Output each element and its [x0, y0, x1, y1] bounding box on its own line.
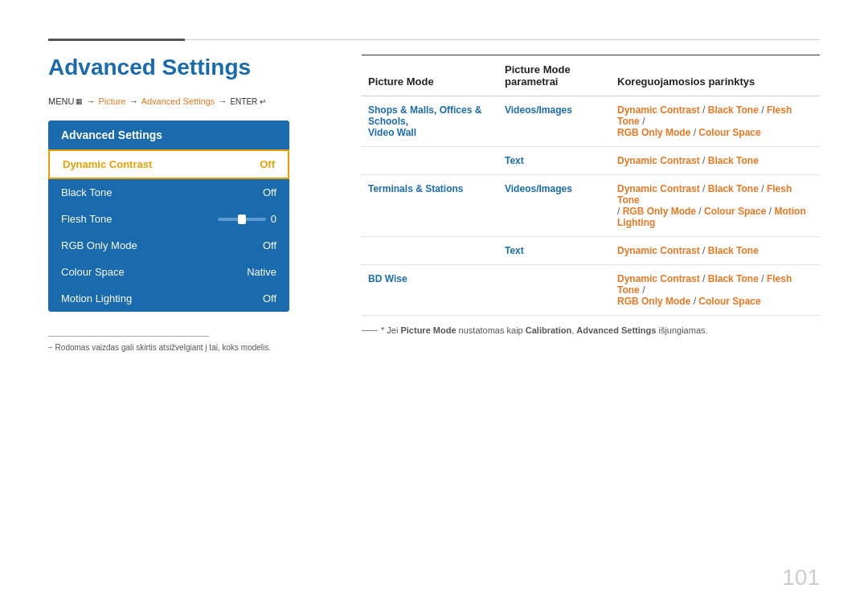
- th-picture-param: Picture Modeparametrai: [498, 55, 611, 96]
- slider-track[interactable]: [218, 218, 266, 221]
- option-black-tone-3: Black Tone: [708, 183, 759, 194]
- option-rgb-mode-3: RGB Only Mode: [623, 206, 696, 217]
- flesh-tone-slider: 0: [218, 213, 276, 225]
- slider-thumb: [238, 215, 246, 224]
- param-link-1: Videos/Images: [505, 104, 572, 116]
- option-rgb-mode-1: RGB Only Mode: [617, 127, 690, 138]
- table-row: Shops & Malls, Offices & Schools,Video W…: [362, 96, 820, 147]
- mode-link-1: Shops & Malls, Offices & Schools,Video W…: [368, 104, 481, 138]
- menu-item-black-tone-value: Off: [263, 186, 276, 198]
- table-row: Terminals & Stations Videos/Images Dynam…: [362, 175, 820, 237]
- table-row: Text Dynamic Contrast / Black Tone: [362, 237, 820, 265]
- mode-link-5: BD Wise: [368, 273, 407, 284]
- option-black-tone-2: Black Tone: [708, 155, 759, 166]
- cell-options-2: Dynamic Contrast / Black Tone: [611, 147, 820, 175]
- rule-left: [48, 39, 185, 41]
- option-colour-space-1: Colour Space: [698, 127, 760, 138]
- cell-options-3: Dynamic Contrast / Black Tone / Flesh To…: [611, 175, 820, 237]
- param-link-2: Text: [505, 155, 524, 166]
- flesh-tone-value: 0: [271, 213, 276, 225]
- menu-item-black-tone-label: Black Tone: [61, 186, 112, 198]
- table-note-text: * Jei Picture Mode nustatomas kaip Calib…: [381, 325, 708, 335]
- menu-item-motion-lighting-label: Motion Lighting: [61, 292, 132, 304]
- top-rules: [48, 39, 820, 40]
- option-dynamic-contrast-2: Dynamic Contrast: [617, 155, 700, 166]
- cell-options-5: Dynamic Contrast / Black Tone / Flesh To…: [611, 265, 820, 316]
- breadcrumb-arrow3: →: [218, 96, 227, 106]
- breadcrumb-enter: ENTER ↵: [230, 97, 266, 106]
- breadcrumb-advanced: Advanced Settings: [141, 96, 215, 106]
- option-dynamic-contrast-5: Dynamic Contrast: [617, 273, 700, 284]
- cell-options-4: Dynamic Contrast / Black Tone: [611, 237, 820, 265]
- table-row: BD Wise Dynamic Contrast / Black Tone / …: [362, 265, 820, 316]
- menu-item-rgb-only-value: Off: [263, 239, 276, 251]
- table-note-rule: [362, 330, 378, 331]
- cell-param-1: Videos/Images: [498, 96, 611, 147]
- settings-table: Picture Mode Picture Modeparametrai Kore…: [362, 55, 820, 316]
- breadcrumb-arrow2: →: [129, 96, 138, 106]
- option-colour-space-5: Colour Space: [698, 296, 760, 307]
- cell-param-3: Videos/Images: [498, 175, 611, 237]
- cell-mode-5: BD Wise: [362, 265, 498, 316]
- option-dynamic-contrast-4: Dynamic Contrast: [617, 245, 700, 256]
- cell-mode-1: Shops & Malls, Offices & Schools,Video W…: [362, 96, 498, 147]
- cell-mode-3: Terminals & Stations: [362, 175, 498, 237]
- option-dynamic-contrast-1: Dynamic Contrast: [617, 104, 700, 116]
- cell-param-2: Text: [498, 147, 611, 175]
- option-colour-space-3: Colour Space: [704, 206, 766, 217]
- left-column: Advanced Settings MENU ▦ → Picture → Adv…: [48, 55, 338, 352]
- param-link-4: Text: [505, 245, 524, 256]
- breadcrumb-picture: Picture: [98, 96, 125, 106]
- cell-param-5: [498, 265, 611, 316]
- option-black-tone-5: Black Tone: [708, 273, 759, 284]
- menu-item-dynamic-contrast-label: Dynamic Contrast: [63, 158, 152, 170]
- menu-item-colour-space-label: Colour Space: [61, 266, 125, 278]
- option-black-tone-1: Black Tone: [708, 104, 759, 116]
- option-rgb-mode-5: RGB Only Mode: [617, 296, 690, 307]
- mode-link-3: Terminals & Stations: [368, 183, 463, 194]
- table-row: Text Dynamic Contrast / Black Tone: [362, 147, 820, 175]
- param-link-3: Videos/Images: [505, 183, 572, 194]
- th-picture-mode: Picture Mode: [362, 55, 498, 96]
- footnote-rule: [48, 336, 209, 337]
- menu-item-black-tone[interactable]: Black Tone Off: [48, 179, 289, 206]
- menu-title: Advanced Settings: [48, 121, 289, 149]
- option-black-tone-4: Black Tone: [708, 245, 759, 256]
- cell-options-1: Dynamic Contrast / Black Tone / Flesh To…: [611, 96, 820, 147]
- breadcrumb-menu: MENU: [48, 96, 74, 106]
- menu-item-dynamic-contrast[interactable]: Dynamic Contrast Off: [48, 149, 289, 179]
- option-dynamic-contrast-3: Dynamic Contrast: [617, 183, 700, 194]
- menu-box: Advanced Settings Dynamic Contrast Off B…: [48, 121, 289, 312]
- breadcrumb-arrow1: →: [86, 96, 95, 106]
- th-options: Koreguojamosios parinktys: [611, 55, 820, 96]
- menu-item-motion-lighting-value: Off: [263, 292, 276, 304]
- menu-item-colour-space[interactable]: Colour Space Native: [48, 259, 289, 285]
- right-column: Picture Mode Picture Modeparametrai Kore…: [362, 55, 820, 335]
- table-note: * Jei Picture Mode nustatomas kaip Calib…: [362, 325, 820, 335]
- footnote: − Rodomas vaizdas gali skirtis atsižvelg…: [48, 343, 338, 352]
- cell-param-4: Text: [498, 237, 611, 265]
- cell-mode-4: [362, 237, 498, 265]
- menu-item-rgb-only-label: RGB Only Mode: [61, 239, 137, 251]
- menu-item-rgb-only[interactable]: RGB Only Mode Off: [48, 232, 289, 259]
- menu-item-flesh-tone[interactable]: Flesh Tone 0: [48, 206, 289, 232]
- page-number: 101: [782, 565, 820, 591]
- breadcrumb: MENU ▦ → Picture → Advanced Settings → E…: [48, 96, 338, 106]
- rule-right: [185, 39, 820, 40]
- menu-item-motion-lighting[interactable]: Motion Lighting Off: [48, 285, 289, 312]
- breadcrumb-menu-icon: ▦: [76, 97, 83, 105]
- cell-mode-2: [362, 147, 498, 175]
- page-title: Advanced Settings: [48, 55, 338, 80]
- page-container: Advanced Settings MENU ▦ → Picture → Adv…: [0, 0, 868, 613]
- menu-item-colour-space-value: Native: [247, 266, 276, 278]
- menu-item-flesh-tone-label: Flesh Tone: [61, 213, 112, 225]
- menu-item-dynamic-contrast-value: Off: [260, 158, 275, 170]
